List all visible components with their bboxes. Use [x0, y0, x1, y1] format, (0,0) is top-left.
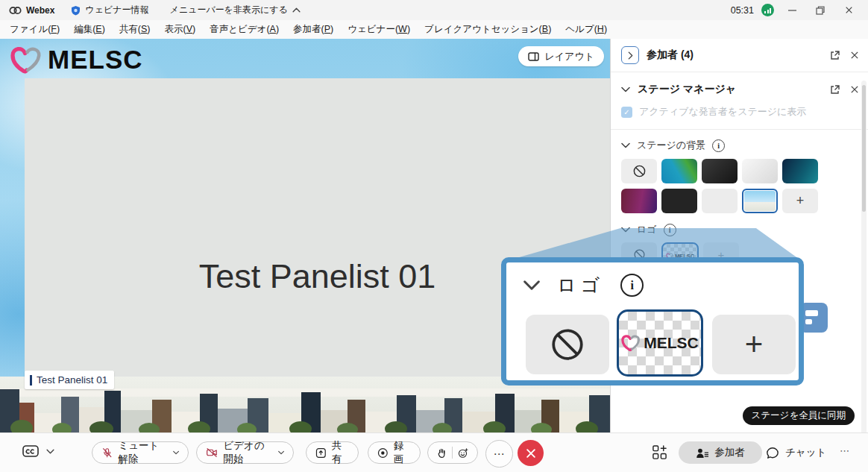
app-name: Webex	[26, 5, 54, 16]
microphone-muted-icon	[101, 446, 113, 460]
apps-button[interactable]	[652, 444, 667, 460]
unmute-button[interactable]: ミュート解除	[92, 441, 189, 464]
leave-meeting-button[interactable]	[518, 440, 544, 466]
brand-wordmark: MELSC	[644, 334, 699, 352]
background-thumb-navy-teal[interactable]	[782, 159, 818, 183]
menu-help[interactable]: ヘルプ(H)	[565, 23, 607, 36]
melsc-heart-icon	[10, 45, 42, 75]
start-video-label: ビデオの開始	[223, 439, 273, 466]
close-stage-manager-icon[interactable]	[850, 85, 859, 94]
more-options-button[interactable]: ⋯	[485, 440, 513, 468]
menu-webinar[interactable]: ウェビナー(W)	[347, 23, 410, 36]
layout-button[interactable]: レイアウト	[518, 46, 604, 66]
share-label: 共有	[332, 439, 349, 466]
chat-button[interactable]: チャット	[757, 441, 835, 464]
callout-logo-title: ロゴ	[557, 273, 604, 298]
webinar-info-button[interactable]: ウェビナー情報	[71, 4, 148, 16]
background-thumb-teal-green[interactable]	[661, 159, 697, 183]
background-thumb-gray[interactable]	[702, 189, 738, 213]
menu-view[interactable]: 表示(V)	[165, 23, 196, 36]
reactions-emoji-icon[interactable]	[458, 447, 468, 459]
callout-logo-melsc-tile-selected: MELSC	[617, 309, 703, 377]
add-background-button[interactable]: +	[782, 189, 818, 213]
active-speaker-checkbox[interactable]: ✓	[621, 107, 632, 118]
control-toolbar: ミュート解除 ビデオの開始 共有 録画	[0, 432, 868, 472]
menu-file[interactable]: ファイル(F)	[10, 23, 60, 36]
closed-captions-icon	[22, 445, 39, 458]
webex-logo-icon	[9, 6, 22, 15]
background-thumbnails: +	[611, 152, 855, 213]
close-panel-icon[interactable]	[850, 51, 859, 60]
window-titlebar: Webex ウェビナー情報 メニューバーを非表示にする 05:31	[0, 0, 868, 20]
name-tag-label: Test Panelist 01	[37, 374, 107, 386]
background-thumb-city-selected[interactable]	[742, 189, 778, 213]
start-video-button[interactable]: ビデオの開始	[196, 441, 294, 464]
background-thumb-black[interactable]	[661, 189, 697, 213]
logo-magnifier-callout: ロゴ i MELSC +	[501, 257, 804, 386]
captions-control[interactable]	[22, 445, 54, 458]
more-panels-button[interactable]: ⋯	[840, 445, 850, 456]
stage-manager-title: ステージ マネージャ	[638, 83, 736, 96]
record-icon	[377, 447, 389, 459]
connection-quality-icon[interactable]	[761, 4, 774, 16]
layout-button-label: レイアウト	[544, 50, 594, 63]
record-button[interactable]: 録画	[368, 441, 421, 464]
minimize-button[interactable]	[781, 2, 802, 19]
leave-x-icon	[526, 448, 536, 459]
scrollbar-thumb[interactable]	[862, 85, 866, 212]
callout-logo-header: ロゴ i	[523, 273, 644, 298]
background-thumb-dark[interactable]	[702, 159, 738, 183]
webex-logo: Webex	[9, 5, 54, 16]
reactions-control	[427, 441, 478, 464]
active-speaker-label: アクティブな発言者をステージに表示	[639, 105, 806, 119]
participants-panel-header: 参加者 (4)	[611, 39, 868, 72]
sync-stage-button[interactable]: ステージを全員に同期	[743, 406, 855, 425]
chevron-down-icon	[278, 450, 284, 455]
chevron-down-icon[interactable]	[621, 142, 630, 148]
chevron-up-icon	[292, 7, 301, 13]
popout-panel-icon[interactable]	[829, 50, 840, 60]
participants-toggle-label: 参加者	[714, 446, 745, 459]
hide-menubar-label: メニューバーを非表示にする	[170, 4, 288, 16]
share-screen-icon	[315, 447, 327, 459]
more-icon: ⋯	[494, 447, 506, 461]
active-speaker-option: ✓ アクティブな発言者をステージに表示	[611, 96, 868, 119]
chat-bubble-icon	[766, 447, 779, 459]
background-thumb-light[interactable]	[742, 159, 778, 183]
none-icon	[549, 326, 586, 363]
background-none-thumb[interactable]	[621, 159, 657, 183]
chevron-down-icon	[523, 280, 541, 291]
menu-breakout[interactable]: ブレイクアウトセッション(B)	[424, 23, 551, 36]
none-icon	[632, 164, 647, 178]
collapse-panel-button[interactable]	[621, 46, 639, 64]
info-icon[interactable]: i	[712, 139, 725, 152]
meeting-timer: 05:31	[731, 5, 754, 16]
participants-toggle-button[interactable]: 参加者	[679, 441, 762, 464]
stage-background-header: ステージの背景 i	[611, 130, 868, 152]
active-speaker-name-tag: Test Panelist 01	[25, 371, 114, 389]
menu-share[interactable]: 共有(S)	[119, 23, 151, 36]
unmute-label: ミュート解除	[118, 439, 167, 466]
callout-add-logo-tile: +	[712, 315, 796, 374]
restore-button[interactable]	[810, 2, 831, 19]
camera-off-icon	[206, 446, 218, 459]
close-window-button[interactable]	[838, 2, 859, 19]
apps-grid-icon	[652, 444, 667, 460]
stage-brand-logo: MELSC	[10, 45, 143, 75]
brand-wordmark: MELSC	[48, 45, 143, 75]
share-button[interactable]: 共有	[306, 441, 359, 464]
speaking-indicator	[30, 375, 32, 386]
hide-menubar-button[interactable]: メニューバーを非表示にする	[170, 4, 301, 16]
callout-logo-none-tile	[526, 315, 609, 374]
chevron-down-icon[interactable]	[621, 86, 630, 92]
menu-audio-video[interactable]: 音声とビデオ(A)	[210, 23, 279, 36]
raise-hand-icon[interactable]	[437, 447, 447, 459]
webinar-info-label: ウェビナー情報	[85, 4, 148, 16]
popout-stage-manager-icon[interactable]	[829, 84, 840, 95]
menubar: ファイル(F) 編集(E) 共有(S) 表示(V) 音声とビデオ(A) 参加者(…	[0, 20, 868, 39]
participants-icon	[696, 447, 708, 459]
background-thumb-maroon-purple[interactable]	[621, 189, 657, 213]
panel-scrollbar[interactable]	[861, 81, 867, 465]
menu-edit[interactable]: 編集(E)	[74, 23, 105, 36]
menu-participants[interactable]: 参加者(P)	[293, 23, 333, 36]
